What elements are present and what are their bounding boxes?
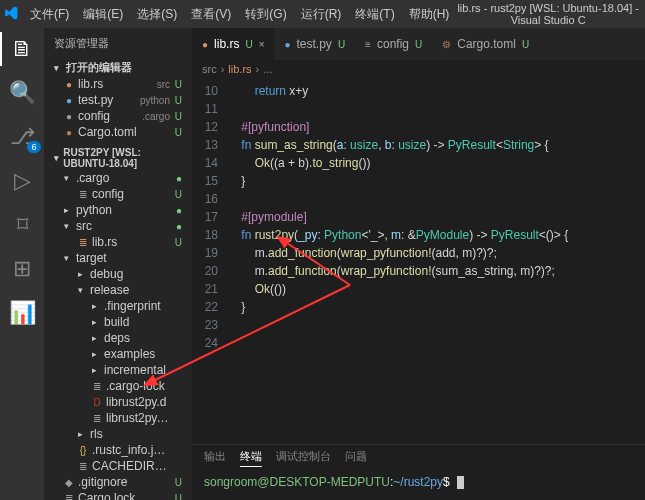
open-editor-item[interactable]: ●test.pypythonU (50, 92, 186, 108)
breadcrumb-more: ... (263, 63, 272, 75)
menu-item[interactable]: 选择(S) (131, 3, 183, 26)
terminal-tab[interactable]: 终端 (240, 449, 262, 467)
source-control-icon[interactable]: ⎇6 (10, 124, 35, 150)
git-status: U (415, 39, 422, 50)
chevron-icon: ▸ (92, 317, 104, 327)
item-name: librust2py.so (106, 411, 170, 425)
git-status: U (245, 39, 252, 50)
tree-item[interactable]: ≣lib.rsU (50, 234, 186, 250)
tree-item[interactable]: ▾src● (50, 218, 186, 234)
chevron-icon: ▾ (78, 285, 90, 295)
graph-icon[interactable]: 📊 (9, 300, 36, 326)
file-icon: ≣ (78, 189, 88, 200)
tree-item[interactable]: ▸debug (50, 266, 186, 282)
terminal-tab[interactable]: 问题 (345, 449, 367, 467)
explorer-icon[interactable]: 🗎 (11, 36, 33, 62)
editor-tab[interactable]: ●test.pyU (274, 28, 355, 60)
code-content[interactable]: return x+y #[pyfunction] fn sum_as_strin… (228, 82, 645, 444)
search-icon[interactable]: 🔍 (9, 80, 36, 106)
tree-item[interactable]: ▾target (50, 250, 186, 266)
tree-item[interactable]: ▸examples (50, 346, 186, 362)
sidebar: 资源管理器 ▾打开的编辑器 ●lib.rssrcU●test.pypythonU… (44, 28, 192, 500)
editor-tab[interactable]: ●lib.rsU× (192, 28, 274, 60)
breadcrumb[interactable]: src › lib.rs › ... (192, 60, 645, 78)
tree-item[interactable]: ≣.cargo-lock (50, 378, 186, 394)
terminal-tab[interactable]: 调试控制台 (276, 449, 331, 467)
file-name: Cargo.toml (78, 125, 166, 139)
menu-item[interactable]: 查看(V) (185, 3, 237, 26)
chevron-right-icon: › (256, 63, 260, 75)
tree-item[interactable]: ▸.fingerprint (50, 298, 186, 314)
tree-item[interactable]: ≣librust2py.so (50, 410, 186, 426)
open-editor-item[interactable]: ●lib.rssrcU (50, 76, 186, 92)
item-name: incremental (104, 363, 170, 377)
item-name: .gitignore (78, 475, 170, 489)
editor-tabs: ●lib.rsU×●test.pyU≡configU⚙Cargo.tomlU (192, 28, 645, 60)
tree-item[interactable]: ≣Cargo.lockU (50, 490, 186, 500)
item-name: debug (90, 267, 170, 281)
tree-item[interactable]: ▸deps (50, 330, 186, 346)
terminal-body[interactable]: songroom@DESKTOP-MEDPUTU:~/rust2py$ (192, 471, 645, 493)
chevron-icon: ▸ (92, 301, 104, 311)
run-debug-icon[interactable]: ▷ (14, 168, 31, 194)
remote-icon[interactable]: ⌑ (17, 212, 28, 238)
item-name: rls (90, 427, 170, 441)
tree-item[interactable]: ▸build (50, 314, 186, 330)
item-name: CACHEDIR.TAG (92, 459, 170, 473)
open-editor-item[interactable]: ●Cargo.tomlU (50, 124, 186, 140)
open-editor-item[interactable]: ●config.cargoU (50, 108, 186, 124)
menu-item[interactable]: 转到(G) (239, 3, 292, 26)
file-icon: ≣ (92, 413, 102, 424)
chevron-right-icon: › (221, 63, 225, 75)
menu-item[interactable]: 帮助(H) (403, 3, 456, 26)
chevron-icon: ▸ (78, 429, 90, 439)
git-status: U (170, 111, 182, 122)
tab-label: lib.rs (214, 37, 239, 51)
code-editor[interactable]: 101112131415161718192021222324 return x+… (192, 78, 645, 444)
tree-item[interactable]: ▾.cargo● (50, 170, 186, 186)
terminal-panel: 输出终端调试控制台问题 songroom@DESKTOP-MEDPUTU:~/r… (192, 444, 645, 500)
tree-item[interactable]: ▾release (50, 282, 186, 298)
workspace-header[interactable]: ▾RUST2PY [WSL: UBUNTU-18.04] (50, 146, 186, 170)
editor-area: ●lib.rsU×●test.pyU≡configU⚙Cargo.tomlU s… (192, 28, 645, 500)
item-name: python (76, 203, 170, 217)
item-name: lib.rs (92, 235, 170, 249)
file-icon: ≣ (64, 493, 74, 501)
tree-item[interactable]: ▸incremental (50, 362, 186, 378)
file-icon: ≣ (92, 381, 102, 392)
item-name: examples (104, 347, 170, 361)
tree-item[interactable]: {}.rustc_info.json (50, 442, 186, 458)
close-icon[interactable]: × (259, 39, 265, 50)
menu-item[interactable]: 终端(T) (349, 3, 400, 26)
extensions-icon[interactable]: ⊞ (13, 256, 31, 282)
menu-item[interactable]: 运行(R) (295, 3, 348, 26)
tree-item[interactable]: ▸rls (50, 426, 186, 442)
file-icon: D (92, 397, 102, 408)
file-icon: ● (64, 79, 74, 90)
git-status: U (170, 237, 182, 248)
editor-tab[interactable]: ⚙Cargo.tomlU (432, 28, 539, 60)
breadcrumb-file: lib.rs (228, 63, 251, 75)
open-editors-header[interactable]: ▾打开的编辑器 (50, 59, 186, 76)
tree-item[interactable]: Dlibrust2py.d (50, 394, 186, 410)
tree-item[interactable]: ≣CACHEDIR.TAG (50, 458, 186, 474)
file-path: python (140, 95, 170, 106)
item-name: .cargo (76, 171, 170, 185)
terminal-tab[interactable]: 输出 (204, 449, 226, 467)
menu-item[interactable]: 文件(F) (24, 3, 75, 26)
file-name: test.py (78, 93, 136, 107)
file-icon: ● (64, 95, 74, 106)
tree-item[interactable]: ▸python● (50, 202, 186, 218)
chevron-icon: ▾ (64, 253, 76, 263)
editor-tab[interactable]: ≡configU (355, 28, 432, 60)
tree-item[interactable]: ≣configU (50, 186, 186, 202)
prompt-user: songroom@DESKTOP-MEDPUTU (204, 475, 390, 489)
menu-item[interactable]: 编辑(E) (77, 3, 129, 26)
activity-bar: 🗎 🔍 ⎇6 ▷ ⌑ ⊞ 📊 (0, 28, 44, 500)
git-status: U (522, 39, 529, 50)
chevron-icon: ▸ (92, 349, 104, 359)
item-name: config (92, 187, 170, 201)
chevron-icon: ▸ (78, 269, 90, 279)
line-gutter: 101112131415161718192021222324 (192, 82, 228, 444)
tree-item[interactable]: ◆.gitignoreU (50, 474, 186, 490)
